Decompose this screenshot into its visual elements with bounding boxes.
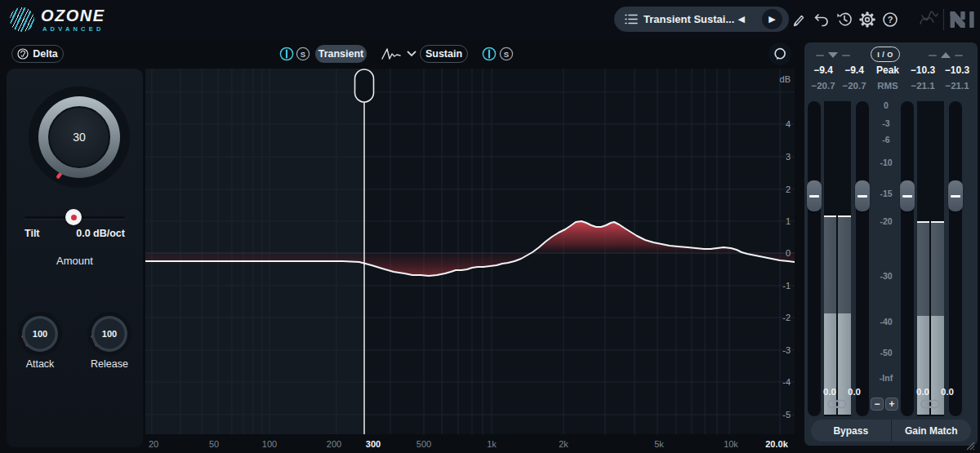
delta-button[interactable]: Delta [11, 45, 64, 63]
solo-icon: S [301, 50, 305, 59]
tab-transient[interactable]: Transient [315, 45, 367, 63]
output-fader-right-track[interactable] [949, 101, 962, 416]
peak-readout-row: −9.4 −9.4 Peak −10.3 −10.3 [804, 64, 978, 76]
fader-line [902, 195, 912, 198]
fader-line [809, 195, 819, 198]
meter-scale-tick: 0 [870, 100, 902, 110]
freq-tick-label: 20 [149, 439, 158, 449]
meter-scale-tick: -30 [870, 271, 902, 281]
peak-in-right: −9.4 [839, 64, 870, 76]
preset-selector[interactable]: Transient Sustai... ◀ ▶ [614, 7, 789, 32]
fader-line [858, 195, 867, 198]
peak-in-left: −9.4 [808, 64, 839, 76]
solo-icon: S [504, 50, 509, 59]
tab-transient-label: Transient [318, 48, 364, 60]
peak-out-left: −10.3 [906, 64, 940, 76]
crossover-handle[interactable] [355, 69, 374, 102]
freq-tick-label: 100 [262, 439, 277, 449]
input-fader-right-track[interactable] [856, 101, 869, 416]
meter-bar [931, 101, 944, 416]
attack-knob[interactable]: 100 [17, 311, 63, 357]
tilt-value: 0.0 dB/oct [76, 228, 125, 239]
gear-icon [859, 11, 875, 28]
app-title: OZONE [41, 7, 105, 25]
dash [955, 55, 963, 56]
transient-solo-toggle[interactable]: S [296, 47, 310, 61]
amount-value: 30 [73, 131, 86, 144]
meter-scale-tick: -15 [870, 189, 902, 198]
output-gain-indicator[interactable] [929, 52, 963, 58]
top-bar: OZONE ADVANCED Transient Sustai... ◀ ▶ [0, 0, 980, 39]
preset-prev-button[interactable]: ◀ [738, 14, 745, 24]
io-toggle-button[interactable]: I / O [871, 47, 900, 62]
meter-scale-tick: -10 [870, 158, 902, 167]
fader-line [951, 195, 960, 198]
preset-list-icon [625, 13, 639, 25]
release-value: 100 [102, 329, 117, 339]
undo-icon [816, 15, 827, 26]
toolbar-divider [943, 9, 944, 30]
triangle-up-icon [941, 52, 951, 58]
freq-tick-label: 300 [366, 439, 381, 449]
signature-scribble-icon [917, 8, 940, 31]
tab-sustain[interactable]: Sustain [420, 45, 468, 63]
gain-decrement-button[interactable]: − [871, 397, 884, 411]
db-tick-label: 4 [786, 119, 791, 129]
delta-label: Delta [33, 48, 58, 60]
meter-scale-tick: -3 [870, 118, 902, 128]
preset-name: Transient Sustai... [644, 13, 734, 25]
input-gain-indicator[interactable] [816, 52, 850, 58]
meter-scale-tick: -40 [870, 317, 902, 326]
gain-match-button[interactable]: Gain Match [892, 420, 972, 442]
history-button[interactable] [833, 8, 856, 31]
amount-knob[interactable]: 30 [24, 82, 134, 192]
rms-in-right: −20.7 [839, 81, 870, 91]
preset-next-button[interactable]: ▶ [762, 9, 782, 29]
undo-button[interactable] [810, 8, 833, 31]
input-link-toggle[interactable] [827, 399, 847, 409]
output-fader-right-handle[interactable] [948, 180, 963, 211]
peak-out-right: −10.3 [940, 64, 974, 76]
transient-controls-panel: 30 Amount Tilt 0.0 dB/oct 100 Attack 100… [7, 69, 143, 447]
resize-handle[interactable] [965, 441, 975, 451]
sustain-solo-toggle[interactable]: S [499, 47, 514, 61]
reset-loop-button[interactable] [768, 42, 791, 65]
db-tick-label: -2 [782, 313, 791, 322]
link-icon [835, 401, 846, 408]
io-meter-panel: I / O −9.4 −9.4 Peak −10.3 −10.3 −20.7 −… [804, 42, 978, 446]
help-button[interactable]: ? [879, 8, 902, 31]
history-icon [836, 11, 853, 28]
output-link-toggle[interactable] [920, 399, 940, 409]
settings-button[interactable] [856, 8, 879, 31]
curve-mode-icon[interactable] [381, 47, 403, 61]
eq-spectrum-display: 20501002003005001k2k5k10k20.0kdB43210-1-… [145, 69, 795, 453]
peak-segment [838, 217, 851, 313]
gain-increment-button[interactable]: + [885, 397, 898, 411]
input-fader-left-track[interactable] [808, 101, 821, 416]
sustain-bypass-toggle[interactable] [482, 47, 497, 61]
ni-logo [949, 8, 977, 31]
db-tick-label: 2 [786, 184, 791, 194]
input-fader-right-handle[interactable] [855, 180, 870, 211]
tilt-label: Tilt [24, 228, 40, 239]
edit-pencil-button[interactable] [787, 8, 810, 31]
peak-label: Peak [870, 64, 906, 76]
freq-tick-label: 500 [416, 439, 431, 449]
amount-label: Amount [7, 255, 143, 267]
release-knob[interactable]: 100 [87, 311, 132, 357]
bypass-button[interactable]: Bypass [811, 420, 892, 442]
chevron-down-icon[interactable] [407, 51, 416, 57]
input-fader-left-handle[interactable] [807, 180, 822, 211]
tilt-slider-handle[interactable] [65, 209, 82, 225]
bottom-button-group: Bypass Gain Match [811, 420, 971, 442]
circular-arrow-icon [771, 45, 789, 63]
ozone-logo-icon [10, 7, 34, 32]
transient-bypass-toggle[interactable] [279, 47, 294, 61]
meter-scale-tick: -Inf [870, 373, 902, 383]
pencil-icon [795, 16, 804, 26]
output-fader-left-track[interactable] [901, 101, 914, 416]
app-tier-label: ADVANCED [42, 25, 105, 33]
freq-tick-label: 200 [327, 439, 341, 449]
link-icon [929, 401, 939, 408]
fader-gain-value: 0.0 [933, 387, 962, 397]
